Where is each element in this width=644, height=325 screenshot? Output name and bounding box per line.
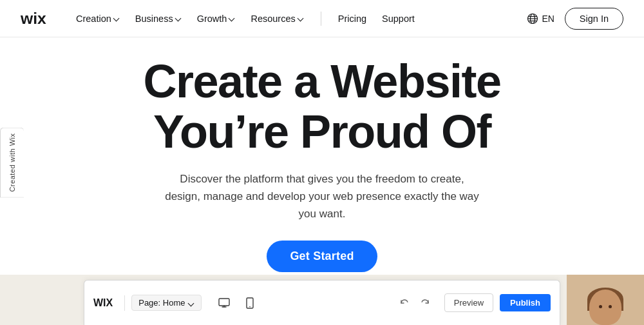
publish-button[interactable]: Publish: [500, 294, 551, 311]
redo-button[interactable]: [416, 294, 434, 312]
editor-sep-1: [124, 295, 125, 311]
avatar-preview: [567, 275, 644, 325]
hero-section: Create a Website You’re Proud Of Discove…: [0, 37, 644, 279]
hero-subtitle: Discover the platform that gives you the…: [164, 170, 480, 223]
svg-rect-6: [219, 299, 229, 306]
nav-creation[interactable]: Creation: [70, 10, 126, 28]
nav-business[interactable]: Business: [129, 10, 188, 28]
nav-pricing[interactable]: Pricing: [332, 10, 373, 28]
svg-point-10: [250, 306, 251, 307]
navbar: wix Creation Business Growth Resources P…: [0, 0, 644, 37]
undo-button[interactable]: [395, 294, 413, 312]
wix-editor-bar: WIX Page: Home Preview Publ: [84, 280, 560, 325]
undo-redo-group: [395, 294, 434, 312]
nav-links: Creation Business Growth Resources Prici…: [70, 10, 527, 28]
device-desktop-icon[interactable]: [214, 293, 234, 313]
nav-right: EN Sign In: [527, 8, 623, 30]
avatar-eyes: [599, 305, 612, 308]
svg-text:wix: wix: [21, 10, 46, 27]
nav-divider: [321, 12, 321, 26]
editor-wix-logo: WIX: [93, 297, 113, 309]
language-label: EN: [542, 14, 554, 24]
wix-badge[interactable]: Created with Wix: [0, 127, 24, 197]
chevron-down-icon: [113, 15, 120, 22]
globe-icon: [527, 13, 538, 25]
wix-logo[interactable]: wix: [21, 10, 52, 28]
chevron-down-icon: [175, 15, 182, 22]
preview-button[interactable]: Preview: [444, 293, 493, 312]
get-started-button[interactable]: Get Started: [267, 241, 377, 272]
device-mobile-icon[interactable]: [240, 293, 260, 313]
nav-resources[interactable]: Resources: [244, 10, 310, 28]
bottom-preview-area: WIX Page: Home Preview Publ: [0, 275, 644, 325]
language-selector[interactable]: EN: [527, 13, 554, 25]
signin-button[interactable]: Sign In: [565, 8, 623, 30]
page-selector[interactable]: Page: Home: [131, 295, 202, 311]
hero-title: Create a Website You’re Proud Of: [144, 57, 501, 157]
nav-growth[interactable]: Growth: [191, 10, 242, 28]
chevron-down-icon: [188, 300, 194, 307]
chevron-down-icon: [298, 15, 304, 22]
chevron-down-icon: [229, 15, 235, 22]
nav-support[interactable]: Support: [375, 10, 421, 28]
